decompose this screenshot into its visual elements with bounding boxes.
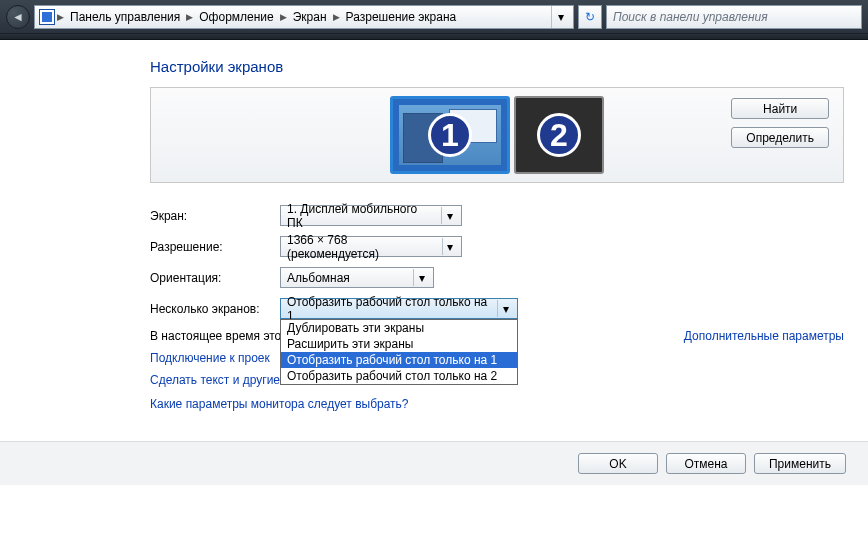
dialog-footer: OK Отмена Применить [0,441,868,485]
resolution-select[interactable]: 1366 × 768 (рекомендуется) ▾ [280,236,462,257]
status-text: В настоящее время это [150,329,281,343]
screen-select[interactable]: 1. Дисплей мобильного ПК ▾ [280,205,462,226]
chevron-right-icon[interactable]: ▶ [333,12,340,22]
breadcrumb-item[interactable]: Экран [289,10,331,24]
settings-form: Экран: 1. Дисплей мобильного ПК ▾ Разреш… [150,205,844,411]
identify-button[interactable]: Определить [731,127,829,148]
multiple-displays-options: Дублировать эти экраныРасширить эти экра… [280,319,518,385]
screen-select-value: 1. Дисплей мобильного ПК [287,202,435,230]
detect-button[interactable]: Найти [731,98,829,119]
row-resolution: Разрешение: 1366 × 768 (рекомендуется) ▾ [150,236,844,257]
control-panel-icon [39,9,55,25]
display-preview-panel: 1 2 Найти Определить [150,87,844,183]
label-orientation: Ориентация: [150,271,280,285]
breadcrumb-dropdown[interactable]: ▾ [551,6,569,28]
breadcrumb[interactable]: ▶ Панель управления ▶ Оформление ▶ Экран… [34,5,574,29]
breadcrumb-item[interactable]: Оформление [195,10,277,24]
multiple-displays-option[interactable]: Отобразить рабочий стол только на 2 [281,368,517,384]
advanced-settings-link[interactable]: Дополнительные параметры [684,329,844,343]
row-orientation: Ориентация: Альбомная ▾ [150,267,844,288]
chevron-right-icon[interactable]: ▶ [280,12,287,22]
multiple-displays-option[interactable]: Дублировать эти экраны [281,320,517,336]
address-bar: ◄ ▶ Панель управления ▶ Оформление ▶ Экр… [0,0,868,34]
chevron-right-icon[interactable]: ▶ [57,12,64,22]
chevron-down-icon: ▾ [441,207,457,224]
nav-back-button[interactable]: ◄ [6,5,30,29]
chevron-down-icon: ▾ [413,269,429,286]
resolution-select-value: 1366 × 768 (рекомендуется) [287,233,436,261]
monitor-number: 2 [537,113,581,157]
orientation-select-value: Альбомная [287,271,350,285]
multiple-displays-option[interactable]: Расширить эти экраны [281,336,517,352]
content-area: Настройки экранов 1 2 Найти Определить Э… [0,40,868,411]
chevron-right-icon[interactable]: ▶ [186,12,193,22]
multiple-displays-option[interactable]: Отобразить рабочий стол только на 1 [281,352,517,368]
breadcrumb-item[interactable]: Панель управления [66,10,184,24]
row-screen: Экран: 1. Дисплей мобильного ПК ▾ [150,205,844,226]
monitor-number: 1 [428,113,472,157]
faq-link[interactable]: Какие параметры монитора следует выбрать… [150,397,844,411]
label-multiple-displays: Несколько экранов: [150,302,280,316]
apply-button[interactable]: Применить [754,453,846,474]
preview-side-buttons: Найти Определить [731,98,829,148]
monitor-2[interactable]: 2 [514,96,604,174]
orientation-select[interactable]: Альбомная ▾ [280,267,434,288]
row-multiple-displays: Несколько экранов: Отобразить рабочий ст… [150,298,844,319]
refresh-button[interactable]: ↻ [578,5,602,29]
monitor-icons: 1 2 [390,96,604,174]
label-resolution: Разрешение: [150,240,280,254]
cancel-button[interactable]: Отмена [666,453,746,474]
label-screen: Экран: [150,209,280,223]
search-placeholder: Поиск в панели управления [613,10,768,24]
multiple-displays-select[interactable]: Отобразить рабочий стол только на 1 ▾ Ду… [280,298,518,319]
ok-button[interactable]: OK [578,453,658,474]
page-title: Настройки экранов [150,58,844,75]
monitor-1[interactable]: 1 [390,96,510,174]
search-input[interactable]: Поиск в панели управления [606,5,862,29]
projector-link[interactable]: Подключение к проек [150,351,270,365]
chevron-down-icon: ▾ [497,300,513,317]
chevron-down-icon: ▾ [442,238,457,255]
breadcrumb-item[interactable]: Разрешение экрана [342,10,461,24]
